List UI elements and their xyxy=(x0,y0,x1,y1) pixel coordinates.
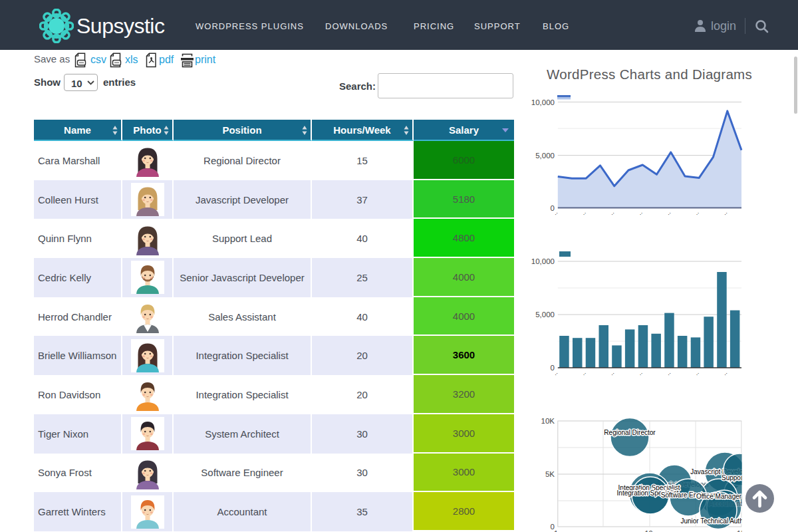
svg-text:10,000: 10,000 xyxy=(531,257,555,265)
svg-text:10: 10 xyxy=(644,529,652,532)
svg-text:Regional Director: Regional Director xyxy=(604,429,656,436)
svg-text:..: .. xyxy=(636,369,644,377)
svg-text:..: .. xyxy=(551,209,559,217)
svg-text:..: .. xyxy=(721,369,729,377)
svg-text:..: .. xyxy=(664,209,672,217)
svg-text:10,000: 10,000 xyxy=(531,98,555,106)
svg-text:5,000: 5,000 xyxy=(535,311,555,319)
svg-text:Office Manager: Office Manager xyxy=(696,493,742,500)
svg-text:..: .. xyxy=(608,369,616,377)
svg-text:..: .. xyxy=(551,369,559,377)
svg-text:..: .. xyxy=(721,209,729,217)
svg-text:Junior Technical Author: Junior Technical Author xyxy=(680,517,746,525)
svg-text:..: .. xyxy=(579,209,587,217)
svg-text:..: .. xyxy=(692,369,700,377)
svg-text:10K: 10K xyxy=(541,417,555,425)
svg-text:1: 1 xyxy=(554,529,558,532)
svg-text:..: .. xyxy=(636,209,644,217)
svg-text:..: .. xyxy=(692,209,700,217)
svg-text:..: .. xyxy=(664,369,672,377)
svg-text:..: .. xyxy=(579,369,587,377)
svg-text:5K: 5K xyxy=(545,470,555,478)
svg-text:..: .. xyxy=(608,209,616,217)
svg-text:Support Lead: Support Lead xyxy=(722,474,746,481)
svg-text:5,000: 5,000 xyxy=(535,152,555,160)
svg-text:15: 15 xyxy=(737,529,745,532)
